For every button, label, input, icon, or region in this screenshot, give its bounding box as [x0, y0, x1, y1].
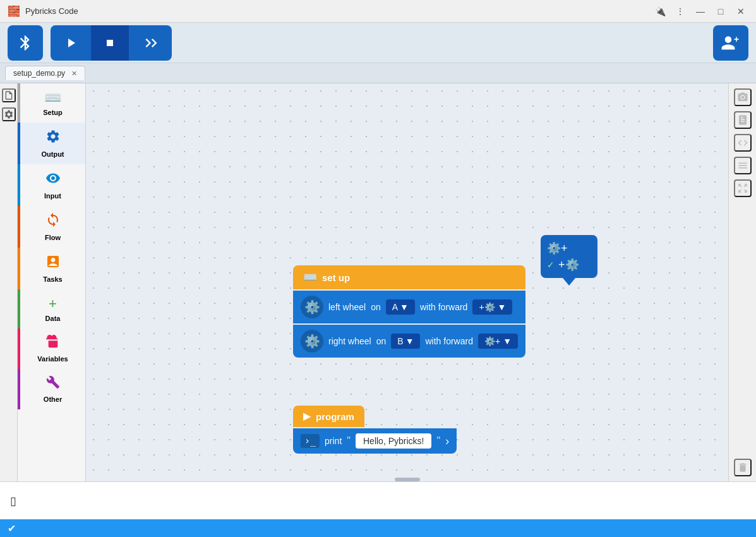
tasks-label: Tasks: [43, 275, 62, 283]
menu-button[interactable]: ⋮: [673, 4, 688, 19]
camera-button[interactable]: [734, 88, 752, 106]
play-button[interactable]: [51, 25, 91, 61]
tab-close-button[interactable]: ✕: [71, 69, 77, 78]
setup-block-label: set up: [322, 272, 350, 283]
canvas-resize-handle[interactable]: [395, 478, 420, 481]
setup-header[interactable]: ⌨️ set up: [293, 265, 525, 289]
status-bar: ✔: [0, 519, 756, 537]
print-chevron-right: ›: [445, 435, 449, 448]
right-wheel-on: on: [376, 336, 387, 346]
stop-button[interactable]: [91, 25, 129, 61]
right-wheel-block[interactable]: ⚙️ right wheel on B ▼ with forward ⚙️+ ▼: [293, 325, 525, 358]
left-fwd-chevron: ▼: [498, 302, 507, 312]
setup-icon: ⌨️: [44, 90, 61, 106]
left-wheel-on: on: [371, 302, 381, 312]
right-wheel-label: right wheel: [328, 336, 371, 346]
print-prompt-icon: ›_: [301, 434, 320, 448]
canvas-area[interactable]: ⚙️+ ✓ +⚙️ ⌨️ set up ⚙️ left wheel on A: [86, 83, 728, 481]
lines-button[interactable]: [734, 157, 752, 174]
trash-button[interactable]: [734, 459, 752, 476]
variables-icon: [46, 335, 60, 353]
right-wheel-with: with forward: [425, 336, 472, 346]
left-wheel-port-chevron: ▼: [400, 302, 409, 312]
program-play-icon: ▶: [303, 411, 311, 422]
bluetooth-icon: [16, 34, 34, 52]
print-block[interactable]: ›_ print " Hello, Pybricks! " ›: [293, 428, 457, 454]
app-icon: 🧱: [8, 5, 20, 17]
setup-label: Setup: [43, 109, 63, 116]
category-setup[interactable]: ⌨️ Setup: [18, 83, 85, 123]
print-label: print: [325, 436, 342, 446]
left-wheel-port-value: A: [392, 302, 398, 312]
right-fwd-icon: ⚙️+: [484, 336, 500, 346]
file-icon-button[interactable]: [2, 88, 16, 102]
right-wheel-port-dropdown[interactable]: B ▼: [391, 334, 420, 349]
variables-label: Variables: [37, 355, 68, 363]
right-wheel-fwd-btn[interactable]: ⚙️+ ▼: [478, 334, 518, 349]
right-fwd-chevron: ▼: [503, 336, 512, 346]
right-wheel-port-chevron: ▼: [405, 336, 414, 346]
left-wheel-label: left wheel: [328, 302, 366, 312]
popup-row-1: ⚙️+: [547, 241, 591, 255]
title-bar-controls: 🔌 ⋮ — □ ✕: [652, 4, 748, 19]
status-check-icon: ✔: [8, 522, 16, 534]
title-bar-left: 🧱 Pybricks Code: [8, 5, 78, 17]
motor-popup: ⚙️+ ✓ +⚙️: [541, 235, 597, 278]
left-icon-strip: [0, 83, 18, 481]
output-icon: [45, 129, 61, 148]
left-wheel-fwd-btn[interactable]: +⚙️ ▼: [472, 299, 512, 315]
category-flow[interactable]: Flow: [18, 206, 85, 248]
left-fwd-icon: +⚙️: [479, 302, 495, 312]
toolbar: +: [0, 23, 756, 63]
skip-button[interactable]: [129, 25, 172, 61]
right-wheel-motor-icon: ⚙️: [301, 330, 323, 353]
category-other[interactable]: Other: [18, 369, 85, 409]
program-label: program: [316, 411, 354, 422]
control-group: [51, 25, 172, 61]
popup-motor-icon-2: +⚙️: [558, 258, 579, 272]
input-label: Input: [44, 192, 61, 200]
program-block-group: ▶ program ›_ print " Hello, Pybricks! " …: [293, 406, 457, 454]
print-text-value[interactable]: Hello, Pybricks!: [356, 433, 431, 449]
category-input[interactable]: Input: [18, 164, 85, 206]
setup-block-group: ⌨️ set up ⚙️ left wheel on A ▼ with forw…: [293, 265, 525, 358]
category-data[interactable]: + Data: [18, 289, 85, 329]
flow-icon: [45, 212, 61, 231]
maximize-button[interactable]: □: [713, 4, 728, 19]
bluetooth-button[interactable]: [8, 25, 43, 61]
expand-button[interactable]: [734, 179, 752, 197]
svg-rect-0: [107, 40, 113, 46]
setup-block-icon: ⌨️: [303, 270, 317, 284]
other-icon: [46, 375, 60, 393]
input-icon: [45, 171, 61, 190]
user-button[interactable]: +: [713, 25, 748, 61]
cursor-indicator: ▯: [10, 494, 16, 508]
popup-check: ✓: [547, 260, 555, 270]
tab-setup-demo[interactable]: setup_demo.py ✕: [5, 66, 85, 80]
right-sidebar: [728, 83, 756, 481]
tasks-icon: [45, 254, 61, 273]
close-button[interactable]: ✕: [733, 4, 748, 19]
output-label: Output: [41, 150, 64, 158]
left-wheel-port-dropdown[interactable]: A ▼: [386, 299, 415, 315]
minimize-button[interactable]: —: [693, 4, 708, 19]
program-header[interactable]: ▶ program: [293, 406, 364, 427]
left-wheel-block[interactable]: ⚙️ left wheel on A ▼ with forward +⚙️ ▼: [293, 291, 525, 323]
bottom-bar: ▯: [0, 481, 756, 519]
main-content: ⌨️ Setup Output Input Flow: [0, 83, 756, 481]
book-button[interactable]: [734, 111, 752, 129]
code-button[interactable]: [734, 134, 752, 152]
tab-label: setup_demo.py: [13, 69, 65, 78]
other-label: Other: [44, 395, 62, 403]
app-title: Pybricks Code: [25, 6, 78, 16]
data-icon: +: [49, 296, 57, 312]
popup-row-2: ✓ +⚙️: [547, 258, 591, 272]
right-wheel-port-value: B: [397, 336, 403, 346]
category-output[interactable]: Output: [18, 123, 85, 164]
category-variables[interactable]: Variables: [18, 329, 85, 369]
toolbar-left: [8, 25, 172, 61]
category-tasks[interactable]: Tasks: [18, 248, 85, 289]
settings-icon-button[interactable]: [2, 107, 16, 121]
plugin-button[interactable]: 🔌: [652, 4, 668, 19]
popup-motor-icon-1: ⚙️+: [547, 241, 568, 255]
